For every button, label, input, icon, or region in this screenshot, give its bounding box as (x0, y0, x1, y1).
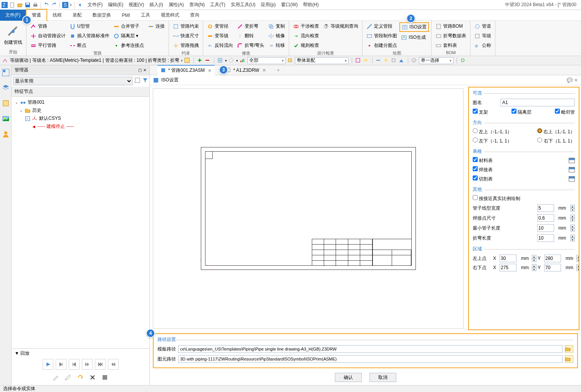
btn-flip[interactable]: 翻转 (235, 32, 266, 40)
select-mode-combo[interactable]: 单一选择 (419, 57, 454, 64)
create-pipeline-button[interactable]: 创建管线 (2, 22, 24, 48)
menu-edit[interactable]: 编辑(E) (108, 2, 123, 8)
btn-rule-check[interactable]: 规则检查 (291, 41, 321, 50)
print-icon[interactable] (32, 2, 38, 8)
tb-icon-1[interactable] (355, 58, 361, 64)
ribbon-group-constraint: 管路约束 快速尺寸 管路拖拽 约束 (169, 21, 203, 56)
filter-combo-1[interactable]: 全部 (247, 57, 286, 64)
btn-merge[interactable]: 合并管子 (112, 22, 146, 30)
doc-tab-1[interactable]: * 管路001.Z3ASM ✕ (157, 65, 215, 65)
menu-tools[interactable]: 工具(T) (210, 2, 225, 8)
undo-icon[interactable] (43, 2, 50, 8)
svg-rect-14 (174, 25, 178, 28)
plus-icon[interactable] (197, 58, 203, 64)
svg-rect-36 (240, 61, 241, 62)
svg-text:Z: Z (3, 2, 5, 8)
ribbon-group-bom: 管路BOM 折弯数据表 套料表 BOM (432, 21, 470, 56)
btn-parallel[interactable]: 平行管路 (29, 41, 67, 50)
ribbon-tab-asm[interactable]: 装配 (67, 10, 87, 21)
save-icon[interactable] (25, 2, 31, 8)
svg-point-9 (12, 30, 15, 33)
menu-view[interactable]: 视图(V) (129, 2, 144, 8)
btn-class2[interactable]: 等级 (473, 32, 493, 40)
refresh-icon[interactable] (460, 58, 466, 64)
btn-drag[interactable]: 管路拖拽 (171, 41, 200, 50)
btn-seg-draw[interactable]: 管段制作图 (365, 32, 399, 40)
btn-define-seg[interactable]: 定义管段 (365, 22, 399, 30)
btn-pipe2[interactable]: 管道 (473, 22, 493, 30)
target-icon[interactable] (411, 58, 417, 64)
cube-icon[interactable] (287, 58, 293, 64)
btn-iso-gen[interactable]: ISO生成 (399, 33, 429, 41)
ribbon-group-start: 创建管线 开始 (0, 21, 26, 56)
tb-icon-5[interactable] (391, 58, 397, 64)
tb-icon-2[interactable] (363, 58, 369, 64)
svg-text:⌀: ⌀ (475, 43, 478, 48)
btn-nominal[interactable]: ⌀公称 (473, 41, 493, 50)
menu-file[interactable]: 文件(F) (88, 2, 103, 8)
btn-copy[interactable]: 复制 (266, 22, 286, 30)
menu-utils[interactable]: 实用工具(U) (231, 2, 256, 8)
svg-rect-39 (288, 59, 291, 62)
ribbon-tab-vstyle[interactable]: 视觉样式 (156, 10, 185, 21)
btn-class-rule[interactable]: ?等级规则查询 (321, 22, 360, 30)
btn-bend-elbow[interactable]: 折弯/弯头 (235, 41, 266, 50)
svg-rect-10 (71, 35, 74, 38)
svg-rect-38 (243, 59, 244, 62)
menu-query[interactable]: 查询(N) (189, 2, 205, 8)
menu-bar: 文件(F) 编辑(E) 视图(V) 插入(I) 属性(A) 查询(N) 工具(T… (88, 2, 319, 8)
btn-iso-settings[interactable]: ISO设置 (399, 22, 429, 32)
ribbon-tab-wire[interactable]: 线框 (47, 10, 67, 21)
svg-rect-37 (242, 60, 243, 62)
grid-icon[interactable] (217, 58, 223, 64)
btn-chg-dia[interactable]: 变管径 (205, 22, 235, 30)
menu-help[interactable]: 帮助(H) (303, 2, 319, 8)
menu-attr[interactable]: 属性(A) (169, 2, 184, 8)
btn-rev-flow[interactable]: 反转流向 (205, 41, 235, 50)
btn-isolayer[interactable]: 隔离层 ▾ (112, 32, 146, 40)
btn-mirror[interactable]: 镜像 (266, 32, 286, 40)
ribbon-tab-query[interactable]: 查询 (185, 10, 205, 21)
tb-icon-6[interactable] (399, 58, 405, 64)
btn-insert-std[interactable]: 插入管路标准件 (68, 32, 111, 40)
tb-icon-4[interactable] (383, 58, 389, 64)
btn-flow-check[interactable]: 流向检查 (291, 32, 321, 40)
btn-pipe-bom[interactable]: 管路BOM (434, 22, 468, 30)
svg-rect-4 (26, 3, 29, 5)
btn-auto-route[interactable]: 自动管路设计 (29, 32, 67, 40)
group-label-modify: 修改 (205, 50, 286, 56)
new-icon[interactable] (9, 2, 15, 8)
btn-bend-table[interactable]: 折弯数据表 (434, 32, 468, 40)
btn-interfere[interactable]: 干涉检查 (291, 22, 321, 30)
btn-chg-class[interactable]: 变等级 (205, 32, 235, 40)
btn-connect[interactable]: 连接 (146, 22, 166, 30)
ribbon-tab-data[interactable]: 数据交换 (87, 10, 116, 21)
btn-nest-table[interactable]: 套料表 (434, 41, 468, 50)
menu-window[interactable]: 窗口(W) (281, 2, 298, 8)
svg-rect-33 (185, 58, 189, 63)
circle-icon[interactable] (228, 58, 235, 64)
ribbon-panel: 创建管线 开始 管路 自动管路设计 平行管路 U型管 插入管路标准件 断点 合并… (0, 21, 581, 56)
btn-pipe-constraint[interactable]: 管路约束 (171, 22, 200, 30)
btn-route[interactable]: 管路 (29, 22, 67, 30)
chart-icon[interactable] (240, 58, 246, 64)
minus-icon[interactable] (205, 58, 211, 64)
ribbon-tab-pmi[interactable]: PMI (116, 10, 135, 20)
btn-quick-dim[interactable]: 快速尺寸 (171, 32, 200, 40)
back-icon[interactable] (77, 2, 83, 8)
btn-break[interactable]: 断点 (68, 41, 111, 50)
tb-icon-3[interactable] (376, 58, 382, 64)
app-s-icon[interactable]: S (62, 2, 68, 8)
btn-split-point[interactable]: 创建分图点 (365, 41, 399, 50)
btn-chg-bend[interactable]: 变折弯 (235, 22, 266, 30)
redo-icon[interactable] (51, 2, 57, 8)
open-icon[interactable] (17, 2, 23, 8)
sub-icon-a[interactable] (184, 58, 190, 64)
ribbon-tab-tools[interactable]: 工具 (136, 10, 156, 21)
menu-insert[interactable]: 插入(I) (149, 2, 163, 8)
btn-upipe[interactable]: U型管 (68, 22, 111, 30)
filter-combo-2[interactable]: 整体装配 (295, 57, 349, 64)
menu-app[interactable]: 应用(p) (261, 2, 276, 8)
btn-refpoint[interactable]: 参考连接点 (112, 41, 146, 50)
btn-transfer[interactable]: 转移 (266, 41, 286, 50)
